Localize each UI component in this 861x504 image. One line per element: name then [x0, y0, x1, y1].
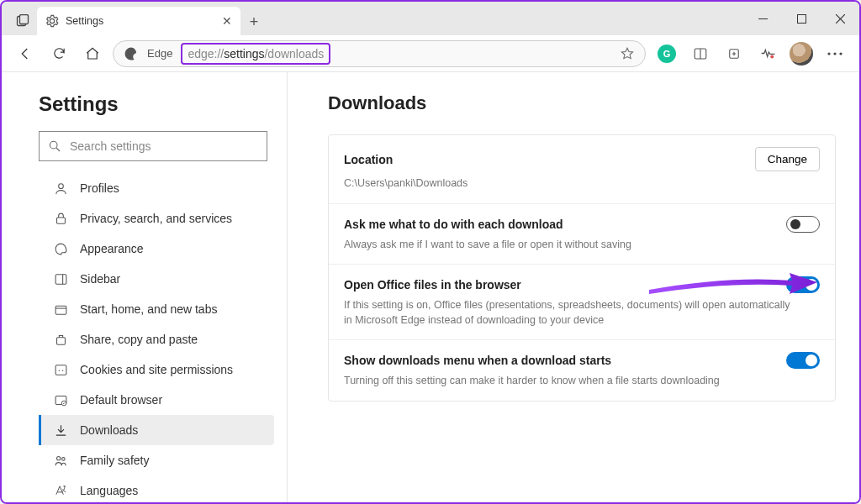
new-tab-button[interactable]: +	[240, 8, 267, 35]
family-icon	[53, 453, 68, 468]
svg-line-16	[56, 148, 60, 151]
settings-card: Location Change C:\Users\panki\Downloads…	[328, 134, 836, 402]
refresh-button[interactable]	[45, 40, 72, 67]
svg-point-12	[827, 52, 830, 55]
collections-icon[interactable]	[720, 39, 748, 68]
nav-label: Profiles	[80, 181, 119, 195]
sidebar-item-profiles[interactable]: Profiles	[39, 173, 274, 203]
lock-icon	[53, 211, 68, 226]
profile-avatar[interactable]	[787, 39, 816, 68]
location-title: Location	[344, 153, 393, 166]
home-button[interactable]	[79, 40, 106, 67]
sidebar-item-start[interactable]: Start, home, and new tabs	[39, 294, 274, 324]
search-icon	[48, 139, 61, 153]
edge-logo-icon	[124, 46, 139, 61]
more-menu-icon[interactable]	[821, 39, 849, 68]
sidebar-icon	[53, 271, 68, 286]
svg-rect-1	[20, 15, 29, 24]
nav-label: Sidebar	[80, 272, 120, 286]
svg-point-15	[50, 141, 57, 149]
nav-label: Appearance	[80, 242, 144, 255]
back-button[interactable]	[12, 40, 39, 67]
nav-label: Default browser	[80, 393, 162, 407]
ask-desc: Always ask me if I want to save a file o…	[344, 238, 798, 253]
svg-rect-23	[56, 337, 65, 344]
nav-label: Cookies and site permissions	[80, 363, 233, 376]
main-panel: Downloads Location Change C:\Users\panki…	[288, 72, 859, 502]
svg-rect-19	[55, 274, 66, 283]
search-input[interactable]	[70, 139, 258, 153]
menu-title: Show downloads menu when a download star…	[344, 354, 611, 367]
sidebar-item-default-browser[interactable]: Default browser	[39, 385, 274, 415]
nav-label: Languages	[80, 484, 138, 497]
office-row: Open Office files in the browser If this…	[329, 265, 835, 340]
nav-label: Privacy, search, and services	[80, 212, 232, 225]
menu-desc: Turning off this setting can make it har…	[344, 374, 798, 389]
svg-point-11	[770, 55, 774, 58]
close-tab-icon[interactable]: ✕	[222, 14, 232, 28]
tab-actions-icon[interactable]	[8, 7, 37, 35]
favorite-star-icon[interactable]	[620, 46, 635, 61]
gear-icon	[45, 14, 59, 28]
sidebar-item-privacy[interactable]: Privacy, search, and services	[39, 203, 274, 234]
ask-title: Ask me what to do with each download	[344, 218, 563, 231]
window-controls	[743, 2, 859, 35]
sidebar-item-downloads[interactable]: Downloads	[39, 415, 274, 445]
location-path: C:\Users\panki\Downloads	[344, 176, 798, 192]
location-row: Location Change C:\Users\panki\Downloads	[329, 135, 835, 204]
menu-row: Show downloads menu when a download star…	[329, 340, 835, 401]
svg-rect-18	[56, 218, 65, 223]
svg-rect-21	[55, 306, 66, 314]
office-toggle[interactable]	[786, 276, 820, 293]
nav-label: Start, home, and new tabs	[80, 302, 217, 316]
sidebar-item-appearance[interactable]: Appearance	[39, 234, 274, 264]
svg-rect-3	[797, 14, 806, 23]
search-settings-box[interactable]	[39, 131, 267, 161]
maximize-button[interactable]	[782, 2, 821, 35]
grammarly-icon[interactable]: G	[652, 39, 681, 68]
nav-label: Family safety	[80, 454, 149, 467]
browser-icon	[53, 392, 68, 407]
minimize-button[interactable]	[743, 2, 782, 35]
tabs-icon	[53, 302, 68, 317]
titlebar: Settings ✕ +	[2, 2, 859, 35]
health-icon[interactable]	[753, 39, 782, 68]
language-icon	[53, 483, 68, 498]
cookies-icon	[53, 362, 68, 377]
change-location-button[interactable]: Change	[755, 147, 820, 171]
nav-label: Downloads	[80, 423, 138, 437]
sidebar-title: Settings	[39, 92, 287, 116]
toolbar: Edge edge://settings/downloads G	[2, 35, 859, 72]
ask-row: Ask me what to do with each download Alw…	[329, 204, 835, 265]
address-brand-label: Edge	[147, 47, 172, 60]
svg-point-30	[61, 457, 65, 460]
tab-title: Settings	[66, 15, 103, 27]
page-heading: Downloads	[328, 92, 836, 114]
download-icon	[53, 423, 68, 438]
menu-toggle[interactable]	[786, 352, 820, 369]
sidebar-item-sidebar[interactable]: Sidebar	[39, 264, 274, 294]
sidebar-item-cookies[interactable]: Cookies and site permissions	[39, 354, 274, 385]
svg-point-14	[839, 52, 842, 55]
svg-point-26	[61, 370, 62, 370]
sidebar-item-languages[interactable]: Languages	[39, 475, 274, 502]
office-desc: If this setting is on, Office files (pre…	[344, 298, 798, 328]
nav-label: Share, copy and paste	[80, 333, 198, 346]
url-text-highlighted: edge://settings/downloads	[181, 43, 330, 65]
profile-icon	[53, 181, 68, 196]
ask-toggle[interactable]	[786, 216, 820, 233]
svg-rect-24	[55, 365, 66, 374]
appearance-icon	[53, 241, 68, 256]
window-close-button[interactable]	[821, 2, 859, 35]
sidebar-item-share[interactable]: Share, copy and paste	[39, 324, 274, 354]
share-icon	[53, 332, 68, 347]
svg-point-13	[833, 52, 836, 55]
address-bar[interactable]: Edge edge://settings/downloads	[113, 40, 646, 67]
svg-point-25	[58, 370, 59, 370]
split-screen-icon[interactable]	[686, 39, 715, 68]
svg-point-17	[58, 183, 63, 188]
sidebar-item-family[interactable]: Family safety	[39, 445, 274, 475]
svg-point-29	[56, 456, 60, 459]
browser-tab[interactable]: Settings ✕	[37, 7, 240, 35]
office-title: Open Office files in the browser	[344, 278, 521, 291]
